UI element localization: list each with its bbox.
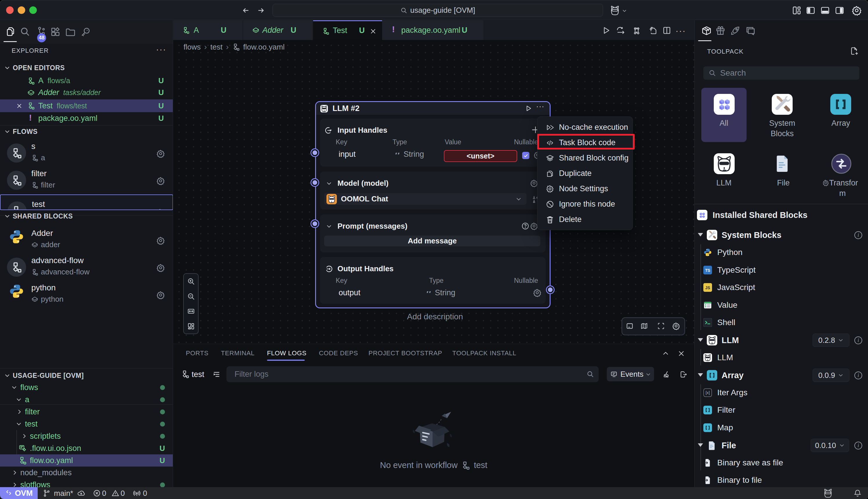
svg-text:[x]: [x] [706, 391, 710, 395]
svg-text:TS: TS [705, 268, 710, 273]
svg-text:JS: JS [706, 286, 710, 290]
